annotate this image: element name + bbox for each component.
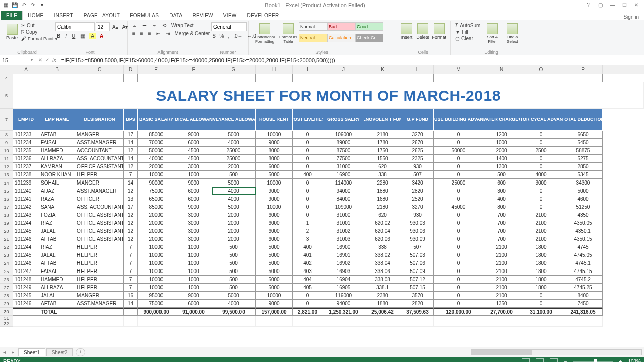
cell[interactable]: 500 [212,276,256,284]
cell[interactable]: 14 [124,300,138,308]
cell[interactable]: SOHAIL [39,179,75,187]
cell[interactable]: TOTAL DEDUCTION [564,109,603,131]
cell[interactable]: 4745.05 [564,251,603,259]
cell[interactable]: 0 [434,235,484,243]
row-header[interactable]: 16 [0,195,13,203]
cell[interactable]: 1800 [519,284,564,292]
cell[interactable] [484,316,519,321]
cell[interactable]: 14 [124,155,138,163]
cell[interactable]: 1000 [175,284,212,292]
cell[interactable]: 2000 [212,211,256,219]
cell[interactable]: 507 [401,243,434,251]
cell[interactable]: 7 [124,276,138,284]
cell[interactable]: 2180 [364,203,401,211]
cell[interactable]: 2820 [401,187,434,195]
cell[interactable]: 4745.15 [564,267,603,276]
cell[interactable]: 0 [519,300,564,308]
cell[interactable]: RIAZ [39,243,75,251]
cell[interactable]: 4000 [212,139,256,147]
cell[interactable]: 31000 [323,163,364,171]
column-header[interactable]: D [124,65,138,74]
cell[interactable] [401,321,434,327]
cell[interactable]: OFFICE ASSISTANT [75,163,124,171]
cell[interactable]: 6000 [256,163,293,171]
cell[interactable]: 16903 [323,267,364,276]
cell[interactable]: JALAL [39,292,75,300]
cell[interactable]: BPS [124,109,138,131]
cell[interactable]: 27,700.00 [484,308,519,316]
cell[interactable]: 75000 [138,187,175,195]
cell[interactable]: 1300 [484,163,519,171]
column-header[interactable]: A [13,65,39,74]
cell[interactable]: 12 [124,163,138,171]
cell[interactable]: JALAL [39,227,75,235]
cell[interactable]: 338.04 [364,259,401,267]
border-button[interactable]: ▦ [79,33,87,39]
cell[interactable]: 2280 [364,179,401,187]
cell[interactable] [293,74,323,82]
align-left-icon[interactable]: ≡ [131,30,137,37]
font-size-select[interactable] [96,22,110,31]
row-header[interactable]: 13 [0,171,13,179]
cell[interactable]: 31001 [323,219,364,227]
cell[interactable]: RAZA [39,195,75,203]
cell[interactable]: 507.15 [401,284,434,292]
cell[interactable]: 5000 [256,251,293,259]
cell[interactable]: 6650 [564,131,603,139]
cell[interactable]: 5000 [212,292,256,300]
cell[interactable]: 101249 [13,284,39,292]
cell[interactable]: 3000 [175,211,212,219]
cell[interactable]: 2820 [401,300,434,308]
cell[interactable]: NOOR KHAN [39,171,75,179]
cell[interactable] [138,74,175,82]
cell[interactable]: 2100 [484,267,519,276]
cell[interactable]: HAMMED [39,147,75,155]
cell[interactable]: 75000 [138,300,175,308]
currency-icon[interactable]: $ [211,33,217,39]
cell[interactable]: G.P FUND [401,109,434,131]
cell[interactable] [519,74,564,82]
cell[interactable]: 5000 [256,276,293,284]
number-format-select[interactable] [211,22,247,31]
cell[interactable]: 8400 [564,292,603,300]
cell[interactable]: JALAL [39,251,75,259]
cell[interactable]: 1680 [364,195,401,203]
sheet-tab-2[interactable]: Sheet2 [46,348,73,356]
cell[interactable]: OFFICER [75,195,124,203]
cell[interactable]: SANA [39,203,75,211]
cell[interactable]: 6000 [256,227,293,235]
align-center-icon[interactable]: ≡ [139,30,145,37]
cell[interactable]: 5000 [564,187,603,195]
cell[interactable]: 2000 [484,147,519,155]
cell[interactable]: 4745.25 [564,284,603,292]
cell[interactable]: 5450 [564,139,603,147]
cell[interactable]: 2100 [484,259,519,267]
cell[interactable]: 1780 [364,139,401,147]
cell[interactable] [124,321,138,327]
cell[interactable]: 0 [293,292,323,300]
close-icon[interactable]: ✕ [631,1,642,9]
cell[interactable] [256,321,293,327]
italic-button[interactable]: I [64,33,68,39]
cell[interactable]: 12 [124,211,138,219]
style-neutral[interactable]: Neutral [299,34,327,42]
cell[interactable]: 507.03 [401,251,434,259]
cell[interactable]: 101239 [13,179,39,187]
cell[interactable]: 2000 [212,227,256,235]
cell[interactable]: 6000 [256,235,293,243]
cell[interactable]: MANGER [75,292,124,300]
cell[interactable]: 2000 [212,219,256,227]
cell[interactable]: 101234 [13,139,39,147]
cell[interactable]: 5345 [564,171,603,179]
cell[interactable]: 120,000.00 [434,308,484,316]
spreadsheet-grid[interactable]: ABCDEFGHIJKLMNOP 45SALARY SHEET FOR MONT… [0,65,644,347]
cell[interactable]: 16900 [323,243,364,251]
cell[interactable]: 4000 [212,300,256,308]
cell[interactable]: HELPER [75,284,124,292]
cell[interactable]: 25000 [212,155,256,163]
cell[interactable]: 5000 [256,171,293,179]
tab-data[interactable]: DATA [164,11,187,20]
cell[interactable]: GROSS SALRY [323,109,364,131]
cell[interactable] [124,316,138,321]
cell[interactable]: 7 [124,259,138,267]
